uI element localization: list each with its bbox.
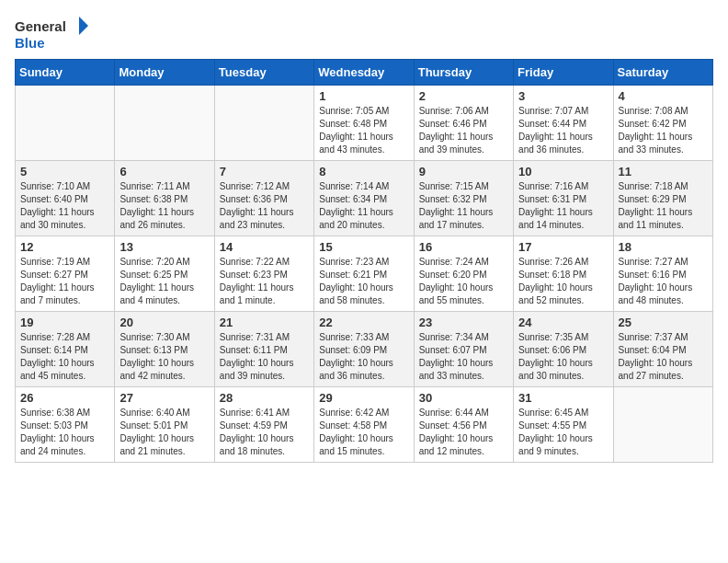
- day-info: Sunrise: 6:42 AM Sunset: 4:58 PM Dayligh…: [319, 407, 408, 458]
- weekday-header-thursday: Thursday: [414, 60, 513, 86]
- calendar-day: [115, 86, 214, 161]
- svg-text:General: General: [15, 18, 66, 34]
- calendar-day: 18Sunrise: 7:27 AM Sunset: 6:16 PM Dayli…: [613, 236, 712, 312]
- weekday-header-tuesday: Tuesday: [214, 60, 313, 86]
- day-number: 25: [619, 316, 708, 329]
- calendar-day: [613, 387, 712, 463]
- calendar-day: 24Sunrise: 7:35 AM Sunset: 6:06 PM Dayli…: [514, 312, 613, 387]
- calendar-day: 13Sunrise: 7:20 AM Sunset: 6:25 PM Dayli…: [115, 236, 214, 312]
- day-number: 23: [419, 316, 508, 329]
- day-number: 18: [619, 240, 708, 254]
- day-info: Sunrise: 6:41 AM Sunset: 4:59 PM Dayligh…: [220, 407, 309, 458]
- calendar-day: 1Sunrise: 7:05 AM Sunset: 6:48 PM Daylig…: [314, 86, 414, 161]
- day-info: Sunrise: 7:08 AM Sunset: 6:42 PM Dayligh…: [619, 105, 708, 156]
- calendar-day: 25Sunrise: 7:37 AM Sunset: 6:04 PM Dayli…: [613, 312, 712, 387]
- day-number: 13: [119, 240, 209, 254]
- day-number: 10: [518, 165, 608, 178]
- calendar-day: 14Sunrise: 7:22 AM Sunset: 6:23 PM Dayli…: [214, 236, 313, 312]
- calendar-day: 17Sunrise: 7:26 AM Sunset: 6:18 PM Dayli…: [514, 236, 613, 312]
- calendar-day: 15Sunrise: 7:23 AM Sunset: 6:21 PM Dayli…: [314, 236, 414, 312]
- day-info: Sunrise: 7:30 AM Sunset: 6:13 PM Dayligh…: [119, 331, 209, 383]
- weekday-header-friday: Friday: [514, 60, 613, 86]
- calendar-week-5: 26Sunrise: 6:38 AM Sunset: 5:03 PM Dayli…: [16, 387, 713, 463]
- day-number: 31: [518, 391, 608, 405]
- calendar-week-4: 19Sunrise: 7:28 AM Sunset: 6:14 PM Dayli…: [16, 312, 713, 387]
- calendar-day: 28Sunrise: 6:41 AM Sunset: 4:59 PM Dayli…: [214, 387, 313, 463]
- day-number: 28: [220, 391, 309, 405]
- day-number: 29: [319, 391, 408, 405]
- calendar-day: 26Sunrise: 6:38 AM Sunset: 5:03 PM Dayli…: [16, 387, 115, 463]
- day-info: Sunrise: 6:38 AM Sunset: 5:03 PM Dayligh…: [20, 407, 109, 458]
- day-info: Sunrise: 7:33 AM Sunset: 6:09 PM Dayligh…: [319, 331, 408, 383]
- calendar-week-3: 12Sunrise: 7:19 AM Sunset: 6:27 PM Dayli…: [16, 236, 713, 312]
- day-number: 22: [319, 316, 408, 329]
- calendar-day: 19Sunrise: 7:28 AM Sunset: 6:14 PM Dayli…: [16, 312, 115, 387]
- calendar-day: 5Sunrise: 7:10 AM Sunset: 6:40 PM Daylig…: [16, 161, 115, 236]
- day-number: 3: [518, 89, 608, 103]
- day-info: Sunrise: 7:12 AM Sunset: 6:36 PM Dayligh…: [220, 180, 309, 232]
- page-header: General Blue: [15, 15, 713, 52]
- day-info: Sunrise: 6:44 AM Sunset: 4:56 PM Dayligh…: [419, 407, 508, 458]
- calendar-day: 4Sunrise: 7:08 AM Sunset: 6:42 PM Daylig…: [613, 86, 712, 161]
- calendar-day: 9Sunrise: 7:15 AM Sunset: 6:32 PM Daylig…: [414, 161, 513, 236]
- weekday-header-row: SundayMondayTuesdayWednesdayThursdayFrid…: [16, 60, 713, 86]
- day-info: Sunrise: 7:15 AM Sunset: 6:32 PM Dayligh…: [419, 180, 508, 232]
- calendar-day: 16Sunrise: 7:24 AM Sunset: 6:20 PM Dayli…: [414, 236, 513, 312]
- day-info: Sunrise: 7:23 AM Sunset: 6:21 PM Dayligh…: [319, 256, 408, 307]
- day-info: Sunrise: 7:16 AM Sunset: 6:31 PM Dayligh…: [518, 180, 608, 232]
- day-info: Sunrise: 6:40 AM Sunset: 5:01 PM Dayligh…: [119, 407, 209, 458]
- calendar-day: 27Sunrise: 6:40 AM Sunset: 5:01 PM Dayli…: [115, 387, 214, 463]
- day-info: Sunrise: 7:19 AM Sunset: 6:27 PM Dayligh…: [20, 256, 109, 307]
- day-number: 26: [20, 391, 109, 405]
- day-info: Sunrise: 7:06 AM Sunset: 6:46 PM Dayligh…: [419, 105, 508, 156]
- weekday-header-saturday: Saturday: [613, 60, 712, 86]
- calendar-day: 22Sunrise: 7:33 AM Sunset: 6:09 PM Dayli…: [314, 312, 414, 387]
- day-number: 21: [220, 316, 309, 329]
- day-info: Sunrise: 7:22 AM Sunset: 6:23 PM Dayligh…: [220, 256, 309, 307]
- day-number: 20: [119, 316, 209, 329]
- day-number: 9: [419, 165, 508, 178]
- day-info: Sunrise: 7:27 AM Sunset: 6:16 PM Dayligh…: [619, 256, 708, 307]
- calendar-day: 23Sunrise: 7:34 AM Sunset: 6:07 PM Dayli…: [414, 312, 513, 387]
- day-number: 7: [220, 165, 309, 178]
- calendar-day: 6Sunrise: 7:11 AM Sunset: 6:38 PM Daylig…: [115, 161, 214, 236]
- calendar-week-1: 1Sunrise: 7:05 AM Sunset: 6:48 PM Daylig…: [16, 86, 713, 161]
- calendar-day: 12Sunrise: 7:19 AM Sunset: 6:27 PM Dayli…: [16, 236, 115, 312]
- calendar-day: 21Sunrise: 7:31 AM Sunset: 6:11 PM Dayli…: [214, 312, 313, 387]
- day-number: 1: [319, 89, 408, 103]
- day-number: 14: [220, 240, 309, 254]
- calendar-day: 3Sunrise: 7:07 AM Sunset: 6:44 PM Daylig…: [514, 86, 613, 161]
- calendar-day: 20Sunrise: 7:30 AM Sunset: 6:13 PM Dayli…: [115, 312, 214, 387]
- calendar-day: [16, 86, 115, 161]
- day-number: 5: [20, 165, 109, 178]
- day-info: Sunrise: 7:18 AM Sunset: 6:29 PM Dayligh…: [619, 180, 708, 232]
- day-number: 15: [319, 240, 408, 254]
- weekday-header-wednesday: Wednesday: [314, 60, 414, 86]
- day-info: Sunrise: 7:14 AM Sunset: 6:34 PM Dayligh…: [319, 180, 408, 232]
- svg-marker-2: [79, 17, 88, 35]
- weekday-header-monday: Monday: [115, 60, 214, 86]
- calendar-day: 31Sunrise: 6:45 AM Sunset: 4:55 PM Dayli…: [514, 387, 613, 463]
- calendar-day: [214, 86, 313, 161]
- calendar-table: SundayMondayTuesdayWednesdayThursdayFrid…: [15, 59, 713, 463]
- day-info: Sunrise: 7:26 AM Sunset: 6:18 PM Dayligh…: [518, 256, 608, 307]
- day-number: 16: [419, 240, 508, 254]
- day-info: Sunrise: 7:07 AM Sunset: 6:44 PM Dayligh…: [518, 105, 608, 156]
- day-number: 6: [119, 165, 209, 178]
- day-info: Sunrise: 6:45 AM Sunset: 4:55 PM Dayligh…: [518, 407, 608, 458]
- day-info: Sunrise: 7:11 AM Sunset: 6:38 PM Dayligh…: [119, 180, 209, 232]
- day-info: Sunrise: 7:20 AM Sunset: 6:25 PM Dayligh…: [119, 256, 209, 307]
- calendar-day: 10Sunrise: 7:16 AM Sunset: 6:31 PM Dayli…: [514, 161, 613, 236]
- day-info: Sunrise: 7:24 AM Sunset: 6:20 PM Dayligh…: [419, 256, 508, 307]
- day-info: Sunrise: 7:31 AM Sunset: 6:11 PM Dayligh…: [220, 331, 309, 383]
- logo: General Blue: [15, 15, 88, 52]
- day-number: 2: [419, 89, 508, 103]
- calendar-day: 30Sunrise: 6:44 AM Sunset: 4:56 PM Dayli…: [414, 387, 513, 463]
- day-info: Sunrise: 7:10 AM Sunset: 6:40 PM Dayligh…: [20, 180, 109, 232]
- day-number: 8: [319, 165, 408, 178]
- logo-svg: General Blue: [15, 15, 88, 52]
- day-number: 17: [518, 240, 608, 254]
- weekday-header-sunday: Sunday: [16, 60, 115, 86]
- calendar-day: 8Sunrise: 7:14 AM Sunset: 6:34 PM Daylig…: [314, 161, 414, 236]
- calendar-day: 7Sunrise: 7:12 AM Sunset: 6:36 PM Daylig…: [214, 161, 313, 236]
